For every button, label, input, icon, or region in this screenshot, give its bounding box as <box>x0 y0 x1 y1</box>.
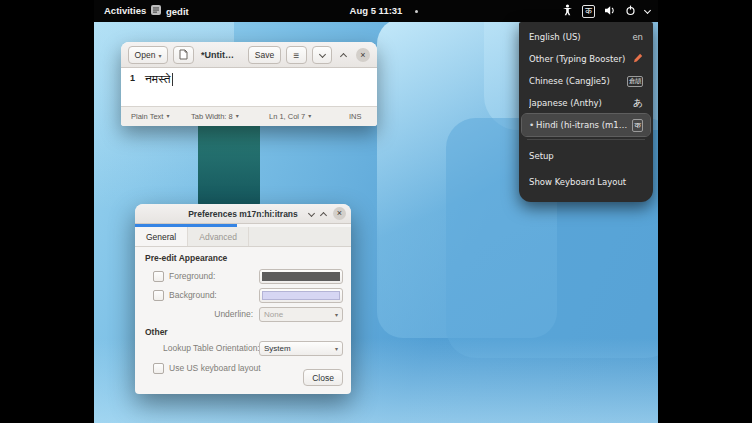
minimize-button[interactable] <box>305 204 317 224</box>
volume-icon <box>604 5 616 18</box>
desktop-wallpaper: Activities gedit Aug 5 11:31 क English (… <box>94 0 658 423</box>
new-document-button[interactable] <box>173 46 194 64</box>
menu-item-show-keyboard-layout[interactable]: Show Keyboard Layout <box>522 169 650 195</box>
foreground-label: Foreground: <box>169 269 215 284</box>
lookup-orientation-dropdown[interactable]: System ▾ <box>259 341 343 356</box>
underline-value: None <box>264 310 283 319</box>
save-button[interactable]: Save <box>248 46 281 64</box>
caret-down-icon: ▾ <box>308 107 311 126</box>
background-checkbox[interactable] <box>153 290 164 301</box>
tab-width-selector[interactable]: Tab Width: 8 ▾ <box>191 107 239 126</box>
lookup-orientation-value: System <box>264 344 291 353</box>
underline-label: Underline: <box>145 307 253 322</box>
input-source-label: English (US) <box>529 32 629 42</box>
input-source-typing-booster[interactable]: Other (Typing Booster) <box>522 48 650 70</box>
cursor-position-selector[interactable]: Ln 1, Col 7 ▾ <box>269 107 311 126</box>
input-source-badge: あ <box>633 97 643 110</box>
background-label: Background: <box>169 288 217 303</box>
app-menu-button[interactable]: gedit <box>150 0 189 22</box>
cursor-position-label: Ln 1, Col 7 <box>269 107 305 126</box>
caret-down-icon: ▾ <box>236 107 239 126</box>
menu-item-label: Show Keyboard Layout <box>529 177 643 187</box>
top-bar: Activities gedit Aug 5 11:31 क <box>94 0 658 22</box>
gedit-headerbar[interactable]: Open ▾ *Untit… Save ≡ <box>121 42 377 68</box>
selected-bullet-icon: • <box>529 120 536 130</box>
gedit-statusbar: Plain Text ▾ Tab Width: 8 ▾ Ln 1, Col 7 … <box>121 106 377 126</box>
power-icon <box>625 5 636 18</box>
input-source-hindi[interactable]: • Hindi (hi-itrans (m17n)) क <box>522 114 650 136</box>
hamburger-icon: ≡ <box>294 50 300 61</box>
chevron-up-icon <box>339 52 346 59</box>
language-selector[interactable]: Plain Text ▾ <box>131 107 169 126</box>
document-text[interactable]: नमस्ते <box>139 68 173 106</box>
input-source-label: Chinese (CangJie5) <box>529 76 624 86</box>
input-source-japanese[interactable]: Japanese (Anthy) あ <box>522 92 650 114</box>
foreground-color-button[interactable] <box>259 269 343 284</box>
document-title: *Untit… <box>201 42 234 68</box>
dialog-titlebar[interactable]: Preferences m17n:hi:itrans × <box>135 204 351 224</box>
dialog-close-button[interactable]: Close <box>303 369 343 386</box>
text-cursor <box>172 73 173 86</box>
preferences-content: Pre-edit Appearance Foreground: Backgrou… <box>135 247 351 394</box>
input-source-english[interactable]: English (US) en <box>522 26 650 48</box>
language-label: Plain Text <box>131 107 163 126</box>
app-menu-label: gedit <box>166 6 189 17</box>
screen: Activities gedit Aug 5 11:31 क English (… <box>0 0 752 423</box>
notification-indicator-dot <box>415 10 418 13</box>
save-button-label: Save <box>255 50 274 60</box>
insert-mode-indicator: INS <box>349 107 362 126</box>
caret-down-icon: ▾ <box>335 311 338 318</box>
foreground-row: Foreground: <box>135 269 351 285</box>
close-button[interactable]: × <box>356 48 370 62</box>
us-keyboard-checkbox[interactable] <box>153 363 164 374</box>
wallpaper-folder-shape <box>198 112 260 208</box>
activities-button[interactable]: Activities <box>104 0 146 22</box>
underline-dropdown[interactable]: None ▾ <box>259 307 343 322</box>
text-editor-area[interactable]: 1 नमस्ते <box>121 68 377 106</box>
line-number: 1 <box>121 68 139 106</box>
gedit-app-icon <box>150 4 162 18</box>
gedit-window: Open ▾ *Untit… Save ≡ <box>121 42 377 126</box>
input-source-label: Hindi (hi-itrans (m17n)) <box>536 120 629 130</box>
foreground-color-swatch <box>262 272 340 281</box>
menu-item-setup[interactable]: Setup <box>522 143 650 169</box>
chevron-down-icon <box>318 50 325 57</box>
pencil-icon <box>633 53 643 65</box>
preferences-dialog: Preferences m17n:hi:itrans × General Adv… <box>135 204 351 394</box>
chevron-down-icon <box>644 6 651 13</box>
underline-row: Underline: None ▾ <box>135 307 351 323</box>
menu-item-label: Setup <box>529 151 643 161</box>
caret-down-icon: ▾ <box>158 52 161 59</box>
maximize-button[interactable] <box>317 204 329 224</box>
clock-button[interactable]: Aug 5 11:31 <box>350 0 403 22</box>
tab-advanced[interactable]: Advanced <box>188 227 249 246</box>
menu-separator <box>527 139 645 140</box>
other-heading: Other <box>145 327 168 337</box>
foreground-checkbox[interactable] <box>153 271 164 282</box>
us-keyboard-label: Use US keyboard layout <box>169 361 261 376</box>
keyboard-layout-indicator[interactable]: क <box>582 5 595 18</box>
input-sources-menu: English (US) en Other (Typing Booster) C… <box>519 22 653 202</box>
caret-down-icon: ▾ <box>166 107 169 126</box>
document-selector-button[interactable] <box>312 46 332 64</box>
input-source-badge: 倉頡 <box>627 76 643 87</box>
system-status-area[interactable]: क <box>562 0 650 22</box>
open-button[interactable]: Open ▾ <box>128 46 168 64</box>
caret-down-icon: ▾ <box>335 345 338 352</box>
menu-button[interactable]: ≡ <box>286 46 307 64</box>
insert-mode-label: INS <box>349 107 362 126</box>
chevron-down-icon <box>307 209 314 216</box>
input-source-chinese[interactable]: Chinese (CangJie5) 倉頡 <box>522 70 650 92</box>
input-source-label: Other (Typing Booster) <box>529 54 630 64</box>
maximize-button[interactable] <box>335 42 351 68</box>
tab-general[interactable]: General <box>135 227 188 246</box>
input-source-badge: en <box>632 32 643 42</box>
accessibility-icon[interactable] <box>562 4 573 18</box>
background-row: Background: <box>135 288 351 304</box>
close-icon: × <box>356 48 370 62</box>
background-color-button[interactable] <box>259 288 343 303</box>
document-text-content: नमस्ते <box>145 72 171 86</box>
input-source-badge: क <box>632 119 643 132</box>
preedit-appearance-heading: Pre-edit Appearance <box>145 253 227 263</box>
close-button[interactable]: × <box>333 207 346 220</box>
